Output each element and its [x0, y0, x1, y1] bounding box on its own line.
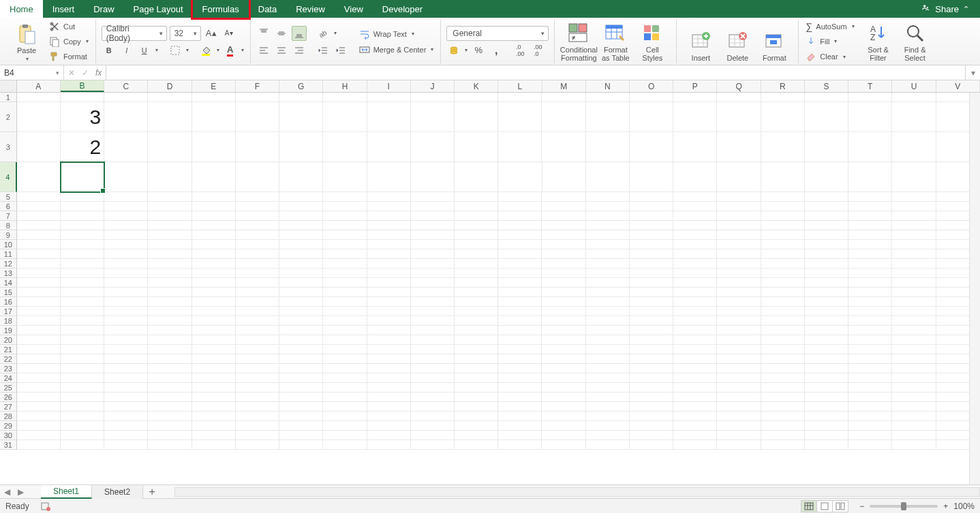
cell-K31[interactable] [455, 440, 498, 450]
cell-H22[interactable] [323, 354, 367, 364]
cell-B21[interactable] [61, 345, 104, 354]
paste-dropdown-icon[interactable]: ▾ [26, 56, 29, 62]
macro-record-icon[interactable] [40, 501, 51, 512]
row-header-5[interactable]: 5 [0, 192, 17, 202]
cell-P19[interactable] [673, 326, 717, 335]
cell-I7[interactable] [367, 211, 411, 221]
cell-J19[interactable] [411, 326, 455, 335]
cell-H12[interactable] [323, 259, 367, 268]
cell-E10[interactable] [192, 240, 236, 249]
cell-P2[interactable] [673, 102, 717, 132]
cell-G27[interactable] [279, 402, 323, 412]
cell-P24[interactable] [673, 373, 717, 383]
cell-M23[interactable] [542, 364, 585, 373]
decrease-font-button[interactable]: A▾ [221, 26, 236, 41]
cell-N14[interactable] [586, 278, 630, 288]
cell-D27[interactable] [148, 402, 192, 412]
cell-E13[interactable] [192, 268, 236, 278]
cell-T23[interactable] [848, 364, 892, 373]
row-header-3[interactable]: 3 [0, 132, 17, 162]
cell-R13[interactable] [761, 268, 805, 278]
cell-G24[interactable] [279, 373, 323, 383]
cell-Q23[interactable] [717, 364, 761, 373]
cell-L24[interactable] [498, 373, 542, 383]
cell-S19[interactable] [805, 326, 848, 335]
cell-O3[interactable] [630, 132, 673, 162]
cell-F29[interactable] [236, 421, 279, 431]
cell-H21[interactable] [323, 345, 367, 354]
cell-K1[interactable] [455, 93, 498, 102]
row-header-2[interactable]: 2 [0, 102, 17, 132]
row-header-15[interactable]: 15 [0, 288, 17, 297]
cell-F5[interactable] [236, 192, 279, 202]
cell-B14[interactable] [61, 278, 104, 288]
cell-O10[interactable] [630, 240, 673, 249]
cell-T28[interactable] [848, 412, 892, 421]
column-header-R[interactable]: R [761, 80, 805, 92]
cell-R28[interactable] [761, 412, 805, 421]
cell-S14[interactable] [805, 278, 848, 288]
cell-K14[interactable] [455, 278, 498, 288]
cell-B26[interactable] [61, 392, 104, 402]
cell-T14[interactable] [848, 278, 892, 288]
cell-U6[interactable] [892, 202, 936, 211]
cell-R30[interactable] [761, 431, 805, 440]
cell-E7[interactable] [192, 211, 236, 221]
cell-T13[interactable] [848, 268, 892, 278]
cell-C18[interactable] [104, 316, 148, 326]
cell-T24[interactable] [848, 373, 892, 383]
row-header-6[interactable]: 6 [0, 202, 17, 211]
cell-C17[interactable] [104, 307, 148, 316]
cell-I30[interactable] [367, 431, 411, 440]
cell-C24[interactable] [104, 373, 148, 383]
cut-button[interactable]: Cut [48, 20, 90, 33]
cell-L16[interactable] [498, 297, 542, 307]
cell-B19[interactable] [61, 326, 104, 335]
cell-P28[interactable] [673, 412, 717, 421]
cell-R19[interactable] [761, 326, 805, 335]
cell-I4[interactable] [367, 162, 411, 192]
cell-U22[interactable] [892, 354, 936, 364]
collapse-ribbon-icon[interactable]: ⌃ [963, 5, 969, 14]
cell-P12[interactable] [673, 259, 717, 268]
cell-J30[interactable] [411, 431, 455, 440]
cell-D5[interactable] [148, 192, 192, 202]
cell-L4[interactable] [498, 162, 542, 192]
cell-Q14[interactable] [717, 278, 761, 288]
row-header-11[interactable]: 11 [0, 249, 17, 259]
format-painter-button[interactable]: Format [48, 50, 90, 63]
cell-N17[interactable] [586, 307, 630, 316]
cell-K2[interactable] [455, 102, 498, 132]
cell-M9[interactable] [542, 230, 585, 240]
decrease-decimal-button[interactable]: .00.0 [530, 43, 545, 58]
cell-J4[interactable] [411, 162, 455, 192]
cell-I31[interactable] [367, 440, 411, 450]
cell-F6[interactable] [236, 202, 279, 211]
cell-S23[interactable] [805, 364, 848, 373]
column-header-J[interactable]: J [411, 80, 455, 92]
column-header-B[interactable]: B [61, 80, 104, 92]
cell-L6[interactable] [498, 202, 542, 211]
cell-T6[interactable] [848, 202, 892, 211]
cell-O14[interactable] [630, 278, 673, 288]
column-header-M[interactable]: M [542, 80, 586, 92]
cell-J24[interactable] [411, 373, 455, 383]
cell-L9[interactable] [498, 230, 542, 240]
cell-G1[interactable] [279, 93, 323, 102]
cell-G7[interactable] [279, 211, 323, 221]
cell-U3[interactable] [892, 132, 936, 162]
column-header-V[interactable]: V [936, 80, 980, 92]
cell-B20[interactable] [61, 335, 104, 345]
cell-A9[interactable] [17, 230, 61, 240]
cell-I29[interactable] [367, 421, 411, 431]
cell-R11[interactable] [761, 249, 805, 259]
cell-E3[interactable] [192, 132, 236, 162]
cell-C26[interactable] [104, 392, 148, 402]
column-header-U[interactable]: U [892, 80, 936, 92]
cell-A13[interactable] [17, 268, 61, 278]
column-header-P[interactable]: P [673, 80, 717, 92]
cell-O30[interactable] [630, 431, 673, 440]
cell-Q12[interactable] [717, 259, 761, 268]
cell-A18[interactable] [17, 316, 61, 326]
cell-B8[interactable] [61, 221, 104, 230]
